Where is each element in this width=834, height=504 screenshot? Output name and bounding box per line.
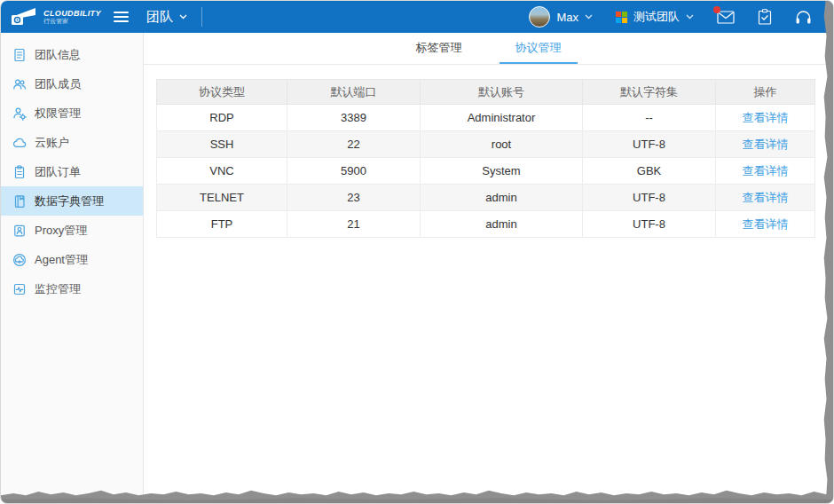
chevron-down-icon [179,14,187,20]
sidebar-item-label: 云账户 [35,135,69,151]
mail-icon [717,11,735,24]
cell-protocol: SSH [157,131,287,158]
table-row: TELNET 23 admin UTF-8 查看详情 [157,185,815,211]
column-header-protocol: 协议类型 [157,80,287,105]
table-row: RDP 3389 Administrator -- 查看详情 [157,105,815,131]
team-grid-icon [616,12,627,23]
id-badge-icon [12,224,27,238]
view-details-link[interactable]: 查看详情 [743,111,789,124]
sidebar-item-label: 权限管理 [35,106,81,122]
tab-bar: 标签管理 协议管理 [144,33,833,65]
tasks-button[interactable] [758,9,772,25]
table-row: FTP 21 admin UTF-8 查看详情 [157,211,815,238]
column-header-account: 默认账号 [421,80,583,105]
view-details-link[interactable]: 查看详情 [743,217,789,231]
team-dropdown[interactable]: 测试团队 [616,9,694,25]
agent-cloud-icon [12,253,27,267]
cell-port: 22 [287,131,421,158]
view-details-link[interactable]: 查看详情 [743,164,789,177]
chevron-down-icon [686,14,694,20]
chevron-down-icon [585,14,593,20]
sidebar-item-cloud-accounts[interactable]: 云账户 [1,128,143,157]
cloudbility-logo: CLOUDBILITY 行云管家 [8,5,101,28]
cloud-icon [12,136,27,150]
sidebar-item-label: 监控管理 [35,281,81,297]
sidebar-item-label: 团队信息 [35,47,81,63]
messages-button[interactable] [717,11,735,24]
cell-account: Administrator [421,105,583,131]
sidebar-item-agent[interactable]: Agent管理 [1,245,143,274]
column-header-charset: 默认字符集 [583,80,716,105]
people-icon [12,77,27,91]
cell-protocol: VNC [157,158,287,185]
view-details-link[interactable]: 查看详情 [743,138,789,151]
cell-account: root [421,131,583,158]
cell-account: System [421,158,583,185]
sidebar: 团队信息 团队成员 [1,33,144,504]
headset-icon [795,10,812,25]
clipboard-check-icon [758,9,772,25]
workspace-label: 团队 [146,9,173,26]
cell-charset: -- [583,105,716,131]
sidebar-item-monitoring[interactable]: 监控管理 [1,274,143,303]
sidebar-item-label: Proxy管理 [35,223,87,239]
workspace-dropdown[interactable]: 团队 [146,9,187,26]
protocol-table: 协议类型 默认端口 默认账号 默认字符集 操作 RDP 3389 Adminis… [156,79,815,238]
cell-account: admin [421,211,583,238]
team-name: 测试团队 [633,9,680,25]
logo-mark-icon [8,5,40,28]
sidebar-item-label: 数据字典管理 [35,193,104,209]
sidebar-item-label: Agent管理 [35,252,88,268]
sidebar-item-team-members[interactable]: 团队成员 [1,69,143,98]
cell-port: 5900 [287,158,421,185]
notification-dot [713,6,720,13]
sidebar-item-proxy[interactable]: Proxy管理 [1,216,143,245]
sidebar-item-label: 团队成员 [35,76,81,92]
tab-tag-management[interactable]: 标签管理 [400,33,478,64]
user-name: Max [556,11,578,24]
cell-protocol: RDP [157,105,287,131]
cell-charset: UTF-8 [583,185,716,211]
brand-name: CLOUDBILITY [43,9,101,18]
tab-protocol-management[interactable]: 协议管理 [500,33,578,64]
sidebar-item-data-dictionary[interactable]: 数据字典管理 [1,186,143,216]
app-window: CLOUDBILITY 行云管家 团队 Max [0,0,834,504]
cell-port: 21 [287,211,421,238]
cell-port: 3389 [287,105,421,131]
menu-icon[interactable] [114,12,129,22]
cell-protocol: FTP [157,211,287,238]
main-content: 标签管理 协议管理 协议类型 默认端口 默认账号 默认字符集 操作 [144,33,833,504]
cell-charset: UTF-8 [583,211,716,238]
cell-protocol: TELNET [157,185,287,211]
brand-subtitle: 行云管家 [43,18,101,25]
document-icon [12,48,27,62]
sidebar-item-permissions[interactable]: 权限管理 [1,98,143,128]
clipboard-icon [12,165,27,179]
sidebar-item-team-info[interactable]: 团队信息 [1,40,143,69]
cell-port: 23 [287,185,421,211]
avatar [529,6,550,28]
cell-account: admin [421,185,583,211]
view-details-link[interactable]: 查看详情 [743,191,789,204]
support-button[interactable] [795,10,812,25]
table-header-row: 协议类型 默认端口 默认账号 默认字符集 操作 [157,80,815,105]
sidebar-item-label: 团队订单 [35,164,81,180]
cell-charset: UTF-8 [583,131,716,158]
book-icon [12,194,27,209]
header-divider [201,7,202,27]
table-row: SSH 22 root UTF-8 查看详情 [157,131,815,158]
column-header-port: 默认端口 [287,80,421,105]
cell-charset: GBK [583,158,716,185]
table-row: VNC 5900 System GBK 查看详情 [157,158,815,185]
top-bar: CLOUDBILITY 行云管家 团队 Max [1,1,833,33]
monitor-wave-icon [12,282,27,296]
column-header-actions: 操作 [716,80,815,105]
sidebar-item-team-orders[interactable]: 团队订单 [1,157,143,186]
user-gear-icon [12,106,27,121]
user-menu[interactable]: Max [529,6,593,28]
